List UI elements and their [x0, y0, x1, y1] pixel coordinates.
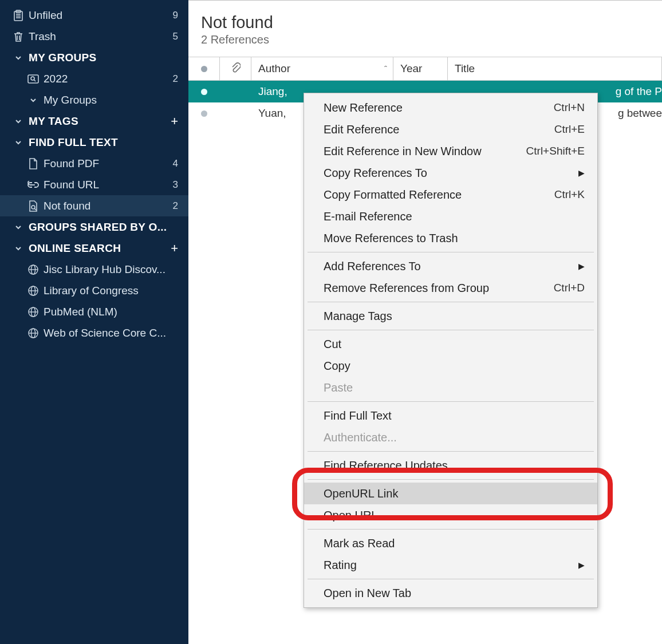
- column-label: Year: [400, 62, 422, 75]
- sidebar-item-pubmed[interactable]: PubMed (NLM): [0, 301, 188, 322]
- menu-item-edit-new-window[interactable]: Edit Reference in New WindowCtrl+Shift+E: [304, 140, 597, 162]
- menu-item-find-updates[interactable]: Find Reference Updates: [304, 455, 597, 476]
- menu-item-copy-references-to[interactable]: Copy References To▶: [304, 162, 597, 184]
- menu-item-copy[interactable]: Copy: [304, 355, 597, 377]
- column-header-author[interactable]: Author ˆ: [251, 57, 393, 80]
- sidebar-item-found-pdf[interactable]: Found PDF 4: [0, 153, 188, 174]
- sidebar-group-online-search[interactable]: ONLINE SEARCH +: [0, 238, 188, 259]
- sidebar-group-my-tags[interactable]: MY TAGS +: [0, 110, 188, 132]
- sidebar-group-label: GROUPS SHARED BY O...: [26, 221, 178, 234]
- sidebar: Unfiled 9 Trash 5 MY GROUPS 2022 2: [0, 0, 188, 644]
- sidebar-item-found-url[interactable]: Found URL 3: [0, 174, 188, 195]
- magnifier-page-icon: [25, 74, 41, 84]
- context-menu: New ReferenceCtrl+N Edit ReferenceCtrl+E…: [304, 93, 598, 608]
- unread-dot-icon: [201, 110, 207, 117]
- trash-icon: [10, 31, 26, 42]
- menu-separator: [308, 252, 594, 252]
- sort-asc-icon: ˆ: [384, 64, 387, 74]
- main-header: Not found 2 References: [188, 1, 662, 57]
- sidebar-item-label: Web of Science Core C...: [41, 327, 178, 339]
- menu-item-find-full-text[interactable]: Find Full Text: [304, 405, 597, 426]
- menu-item-paste: Paste: [304, 377, 597, 398]
- sidebar-item-label: My Groups: [41, 94, 178, 106]
- sidebar-item-label: Not found: [41, 200, 164, 212]
- menu-item-rating[interactable]: Rating▶: [304, 554, 597, 576]
- column-label: Title: [455, 62, 475, 75]
- paperclip-icon: [230, 62, 241, 76]
- column-headers: Author ˆ Year Title: [188, 57, 662, 81]
- column-header-title[interactable]: Title: [448, 57, 662, 80]
- sidebar-item-count: 3: [164, 179, 178, 191]
- add-online-search-button[interactable]: +: [164, 241, 178, 256]
- menu-item-authenticate: Authenticate...: [304, 426, 597, 448]
- menu-item-remove-from-group[interactable]: Remove References from GroupCtrl+D: [304, 277, 597, 299]
- chevron-down-icon: [10, 54, 26, 62]
- menu-item-cut[interactable]: Cut: [304, 333, 597, 355]
- sidebar-group-my-groups[interactable]: MY GROUPS: [0, 47, 188, 68]
- globe-icon: [25, 307, 41, 317]
- menu-item-manage-tags[interactable]: Manage Tags: [304, 305, 597, 327]
- menu-item-add-references-to[interactable]: Add References To▶: [304, 255, 597, 277]
- svg-line-11: [34, 208, 36, 210]
- menu-separator: [308, 330, 594, 330]
- unread-dot-icon: [201, 89, 207, 95]
- chevron-down-icon: [25, 96, 41, 104]
- sidebar-item-unfiled[interactable]: Unfiled 9: [0, 5, 188, 26]
- menu-item-copy-formatted[interactable]: Copy Formatted ReferenceCtrl+K: [304, 184, 597, 206]
- svg-line-9: [34, 80, 36, 81]
- page-title: Not found: [201, 13, 662, 32]
- chevron-down-icon: [10, 139, 26, 147]
- sidebar-item-label: Found URL: [41, 179, 164, 191]
- sidebar-item-count: 2: [164, 73, 178, 85]
- sidebar-group-shared[interactable]: GROUPS SHARED BY O...: [0, 216, 188, 238]
- clipboard-icon: [10, 10, 26, 21]
- menu-item-new-reference[interactable]: New ReferenceCtrl+N: [304, 97, 597, 118]
- document-icon: [25, 158, 41, 169]
- sidebar-item-trash[interactable]: Trash 5: [0, 26, 188, 47]
- column-header-status[interactable]: [188, 57, 220, 80]
- document-search-icon: [25, 200, 41, 212]
- menu-item-edit-reference[interactable]: Edit ReferenceCtrl+E: [304, 118, 597, 140]
- sidebar-item-loc[interactable]: Library of Congress: [0, 280, 188, 301]
- menu-item-mark-as-read[interactable]: Mark as Read: [304, 532, 597, 554]
- menu-item-openurl-link[interactable]: OpenURL Link: [304, 483, 597, 504]
- submenu-arrow-icon: ▶: [578, 560, 585, 570]
- column-header-year[interactable]: Year: [393, 57, 448, 80]
- column-header-attachment[interactable]: [220, 57, 251, 80]
- menu-separator: [308, 479, 594, 480]
- menu-separator: [308, 401, 594, 402]
- sidebar-item-count: 4: [164, 158, 178, 169]
- menu-separator: [308, 302, 594, 302]
- menu-item-open-new-tab[interactable]: Open in New Tab: [304, 582, 597, 604]
- menu-separator: [308, 579, 594, 579]
- link-icon: [25, 181, 41, 189]
- menu-separator: [308, 451, 594, 452]
- sidebar-item-label: 2022: [41, 73, 164, 85]
- menu-item-open-url[interactable]: Open URL: [304, 504, 597, 526]
- sidebar-group-label: ONLINE SEARCH: [26, 242, 164, 255]
- menu-separator: [308, 529, 594, 530]
- menu-item-email-reference[interactable]: E-mail Reference: [304, 206, 597, 227]
- sidebar-item-label: Jisc Library Hub Discov...: [41, 263, 178, 276]
- sidebar-item-not-found[interactable]: Not found 2: [0, 195, 188, 216]
- sidebar-item-label: PubMed (NLM): [41, 306, 178, 318]
- dot-icon: [201, 66, 207, 72]
- sidebar-item-count: 9: [164, 10, 178, 21]
- sidebar-item-label: Unfiled: [26, 9, 164, 22]
- chevron-down-icon: [10, 244, 26, 252]
- reference-count-label: 2 References: [201, 33, 662, 46]
- sidebar-group-find-full-text[interactable]: FIND FULL TEXT: [0, 132, 188, 153]
- add-tag-button[interactable]: +: [164, 114, 178, 129]
- submenu-arrow-icon: ▶: [578, 262, 585, 271]
- sidebar-group-label: MY TAGS: [26, 115, 164, 128]
- globe-icon: [25, 328, 41, 338]
- sidebar-group-label: MY GROUPS: [26, 52, 178, 64]
- sidebar-item-wos[interactable]: Web of Science Core C...: [0, 322, 188, 343]
- chevron-down-icon: [10, 117, 26, 125]
- sidebar-group-label: FIND FULL TEXT: [26, 136, 178, 149]
- menu-item-move-to-trash[interactable]: Move References to Trash: [304, 227, 597, 249]
- sidebar-item-label: Trash: [26, 30, 164, 43]
- sidebar-item-my-groups-sub[interactable]: My Groups: [0, 89, 188, 110]
- sidebar-item-2022[interactable]: 2022 2: [0, 68, 188, 89]
- sidebar-item-jisc[interactable]: Jisc Library Hub Discov...: [0, 259, 188, 280]
